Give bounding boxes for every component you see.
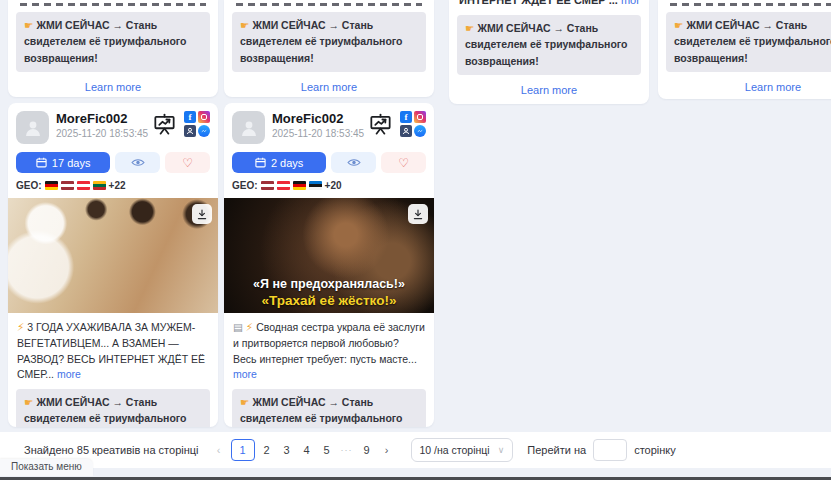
results-count-label: Знайдено 85 креативів на сторінці: [24, 444, 199, 456]
cta-headline: ☛ЖМИ СЕЙЧАС → Стань свидетелем её триумф…: [232, 389, 426, 427]
show-menu-tab[interactable]: Показать меню: [0, 459, 93, 476]
book-icon: ▤: [233, 321, 243, 333]
geo-row: GEO: +20: [232, 180, 426, 191]
heart-icon: ♡: [398, 156, 409, 170]
pointing-hand-icon: ☛: [240, 396, 249, 408]
clipped-text-row: ИНТЕРНЕТ ЖДЁТ ЕЁ СМЕР ... more: [459, 0, 639, 9]
ad-spy-grid-page: ☛ЖМИ СЕЙЧАС → Стань свидетелем её триумф…: [0, 0, 831, 480]
goto-page-label: Перейти на: [527, 444, 586, 456]
page-button-3[interactable]: 3: [277, 439, 297, 461]
facebook-icon[interactable]: f: [184, 111, 196, 123]
pointing-hand-icon: ☛: [24, 396, 33, 408]
card-header: MoreFic002 2025-11-20 18:53:45 f: [16, 111, 210, 144]
next-page-button[interactable]: ›: [377, 439, 397, 461]
flag-lithuania-icon: [93, 181, 106, 190]
creative-card-top-2: ☛ЖМИ СЕЙЧАС → Стань свидетелем её триумф…: [224, 0, 434, 97]
card-actions: 17 days ♡: [16, 152, 210, 173]
goto-page-suffix: сторінку: [634, 444, 676, 456]
prev-page-button[interactable]: ‹: [209, 439, 229, 461]
image-caption-line2: «Трахай её жёстко!»: [224, 293, 434, 308]
creative-card-top-4: ☛ЖМИ СЕЙЧАС → Стань свидетелем её триумф…: [658, 0, 831, 99]
social-icons: f: [400, 111, 426, 137]
cta-headline: ☛ЖМИ СЕЙЧАС → Стань свидетелем её триумф…: [16, 12, 210, 72]
preview-eye-button[interactable]: [331, 152, 376, 173]
profile-name: MoreFic002: [272, 111, 368, 126]
days-active-button[interactable]: 2 days: [232, 152, 326, 173]
geo-label: GEO:: [16, 180, 42, 191]
instagram-icon[interactable]: [198, 111, 210, 123]
creative-timestamp: 2025-11-20 18:53:45: [56, 128, 152, 139]
messenger-icon[interactable]: [198, 125, 210, 137]
geo-more-count[interactable]: +20: [325, 180, 342, 191]
creative-card-main-1: MoreFic002 2025-11-20 18:53:45 f: [8, 103, 218, 427]
geo-more-count[interactable]: +22: [109, 180, 126, 191]
clipped-text-row: [236, 3, 422, 6]
chevron-down-icon: ∨: [498, 445, 505, 455]
social-icons: f: [184, 111, 210, 137]
learn-more-link[interactable]: Learn more: [8, 81, 218, 93]
learn-more-link[interactable]: Learn more: [449, 84, 649, 96]
avatar: [232, 111, 265, 144]
creative-card-main-2: MoreFic002 2025-11-20 18:53:45 f: [224, 103, 434, 427]
presentation-chart-icon[interactable]: [152, 112, 177, 137]
profile-info: MoreFic002 2025-11-20 18:53:45: [56, 111, 152, 139]
avatar: [16, 111, 49, 144]
page-button-9[interactable]: 9: [357, 439, 377, 461]
more-link[interactable]: more: [57, 368, 81, 380]
instagram-icon[interactable]: [414, 111, 426, 123]
creative-image: [8, 198, 218, 313]
pointing-hand-icon: ☛: [24, 19, 33, 31]
flag-germany-icon: [45, 181, 58, 190]
favorite-heart-button[interactable]: ♡: [381, 152, 426, 173]
learn-more-link[interactable]: Learn more: [224, 81, 434, 93]
pagination-bar: Знайдено 85 креативів на сторінці ‹ 1 2 …: [0, 432, 831, 468]
page-button-5[interactable]: 5: [317, 439, 337, 461]
more-link[interactable]: more: [233, 368, 257, 380]
cta-headline: ☛ЖМИ СЕЙЧАС → Стань свидетелем её триумф…: [457, 15, 641, 75]
preview-eye-button[interactable]: [115, 152, 160, 173]
pointing-hand-icon: ☛: [465, 22, 474, 34]
creative-card-top-3: ИНТЕРНЕТ ЖДЁТ ЕЁ СМЕР ... more ☛ЖМИ СЕЙЧ…: [449, 0, 649, 104]
flag-austria-icon: [277, 181, 290, 190]
page-jump-ellipsis[interactable]: ···: [337, 439, 357, 461]
days-active-button[interactable]: 17 days: [16, 152, 110, 173]
page-button-4[interactable]: 4: [297, 439, 317, 461]
creative-card-top-1: ☛ЖМИ СЕЙЧАС → Стань свидетелем её триумф…: [8, 0, 218, 97]
creative-text: ▤ ⚡ Сводная сестра украла её заслуги и п…: [233, 320, 425, 383]
card-actions: 2 days ♡: [232, 152, 426, 173]
page-button-2[interactable]: 2: [257, 439, 277, 461]
flag-estonia-icon: [309, 181, 322, 190]
geo-label: GEO:: [232, 180, 258, 191]
download-image-button[interactable]: [192, 204, 212, 224]
favorite-heart-button[interactable]: ♡: [165, 152, 210, 173]
goto-page-input[interactable]: [593, 439, 627, 461]
cta-headline: ☛ЖМИ СЕЙЧАС → Стань свидетелем её триумф…: [16, 389, 210, 427]
profile-name: MoreFic002: [56, 111, 152, 126]
facebook-icon[interactable]: f: [400, 111, 412, 123]
profile-info: MoreFic002 2025-11-20 18:53:45: [272, 111, 368, 139]
image-caption-line1: «Я не предохранялась!»: [224, 277, 434, 291]
download-image-button[interactable]: [408, 204, 428, 224]
page-button-1[interactable]: 1: [231, 439, 255, 461]
geo-row: GEO: +22: [16, 180, 210, 191]
flag-austria-icon: [77, 181, 90, 190]
creative-image: «Я не предохранялась!» «Трахай её жёстко…: [224, 198, 434, 313]
presentation-chart-icon[interactable]: [368, 112, 393, 137]
clipped-text-row: [670, 3, 831, 6]
card-header: MoreFic002 2025-11-20 18:53:45 f: [232, 111, 426, 144]
flag-latvia-icon: [61, 181, 74, 190]
page-size-select[interactable]: 10 /на сторінці ∨: [411, 438, 514, 462]
cta-headline: ☛ЖМИ СЕЙЧАС → Стань свидетелем её триумф…: [666, 12, 831, 72]
messenger-icon[interactable]: [414, 125, 426, 137]
learn-more-link[interactable]: Learn more: [658, 81, 831, 93]
pointing-hand-icon: ☛: [240, 19, 249, 31]
pager: ‹ 1 2 3 4 5 ··· 9 ›: [209, 439, 397, 461]
cta-headline: ☛ЖМИ СЕЙЧАС → Стань свидетелем её триумф…: [232, 12, 426, 72]
creative-text: ⚡ 3 ГОДА УХАЖИВАЛА ЗА МУЖЕМ-ВЕГЕТАТИВЦЕМ…: [17, 320, 209, 383]
profile-chat-icon[interactable]: [400, 125, 412, 137]
more-link[interactable]: more: [621, 0, 639, 6]
heart-icon: ♡: [182, 156, 193, 170]
clipped-text-row: [20, 3, 206, 6]
creative-timestamp: 2025-11-20 18:53:45: [272, 128, 368, 139]
profile-chat-icon[interactable]: [184, 125, 196, 137]
